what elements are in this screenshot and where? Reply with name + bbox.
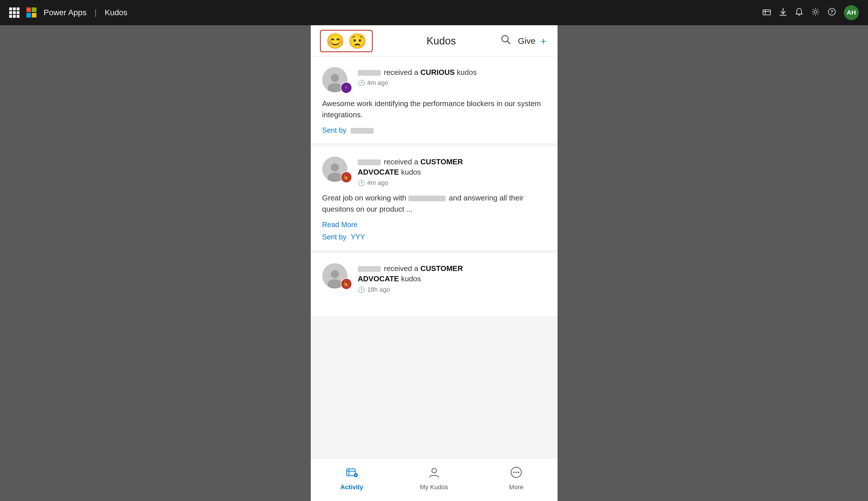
avatar-area-3: 🙋 <box>322 263 351 288</box>
app-container: 😊 😟 Kudos Give ＋ <box>311 25 557 501</box>
happy-emoji[interactable]: 😊 <box>326 34 345 49</box>
app-title: Power Apps <box>44 8 86 17</box>
recipient-name-redacted-2 <box>358 159 381 165</box>
svg-text:🏃: 🏃 <box>344 85 349 90</box>
svg-rect-3 <box>32 13 36 18</box>
activity-icon <box>345 466 358 481</box>
svg-text:🙋: 🙋 <box>344 281 349 287</box>
time-text-1: 4m ago <box>367 79 388 87</box>
app-subtitle: Kudos <box>105 8 127 17</box>
card-title-1: received a CURIOUS kudos <box>358 67 546 77</box>
card-header-3: 🙋 received a CUSTOMERADVOCATE kudos 🕐 18… <box>322 263 546 294</box>
kudos-card-2: 🙋 received a CUSTOMERADVOCATE kudos 🕐 4m… <box>311 146 557 250</box>
kudos-suffix-1: kudos <box>457 68 477 77</box>
card-header-1: 🏃 received a CURIOUS kudos 🕐 4m ago <box>322 67 546 92</box>
sent-by-label-2: Sent by <box>322 233 347 241</box>
nav-label-activity: Activity <box>340 483 363 491</box>
sad-emoji[interactable]: 😟 <box>348 34 367 49</box>
help-icon[interactable]: ? <box>828 8 836 18</box>
give-label: Give <box>518 36 536 46</box>
plus-icon: ＋ <box>538 34 548 47</box>
card-body-2: Great job on working with and answering … <box>322 192 546 215</box>
sender-name-2[interactable]: YYY <box>351 233 365 241</box>
user-avatar[interactable]: AH <box>844 5 859 20</box>
time-text-3: 18h ago <box>367 286 390 294</box>
topbar-left: Power Apps | Kudos <box>9 8 127 18</box>
sender-name-redacted-1 <box>351 128 374 134</box>
nav-item-mykudos[interactable]: My Kudos <box>393 458 475 501</box>
svg-point-29 <box>516 472 517 473</box>
card-footer-2: Sent by YYY <box>322 233 546 241</box>
kudos-card-3: 🙋 received a CUSTOMERADVOCATE kudos 🕐 18… <box>311 253 557 317</box>
nav-label-mykudos: My Kudos <box>420 483 448 491</box>
more-icon <box>510 466 523 481</box>
emoji-selection-box[interactable]: 😊 😟 <box>320 30 373 52</box>
svg-rect-2 <box>27 13 31 18</box>
svg-rect-0 <box>27 8 31 12</box>
card-title-2: received a CUSTOMERADVOCATE kudos <box>358 157 546 178</box>
share-icon[interactable] <box>762 8 771 18</box>
kudos-type-1: CURIOUS <box>420 68 455 77</box>
kudos-title: Kudos <box>382 35 501 47</box>
kudos-suffix-3: kudos <box>401 275 421 283</box>
bottom-nav: Activity My Kudos More <box>311 458 557 501</box>
clock-icon-2: 🕐 <box>358 180 365 186</box>
waffle-icon[interactable] <box>9 8 20 18</box>
svg-point-9 <box>814 10 817 13</box>
recipient-name-redacted-1 <box>358 70 381 76</box>
clock-icon-3: 🕐 <box>358 286 365 293</box>
kudos-badge-2: 🙋 <box>341 171 352 183</box>
microsoft-logo <box>27 8 37 18</box>
card-body-1: Awesome work identifying the performance… <box>322 98 546 120</box>
card-title-3: received a CUSTOMERADVOCATE kudos <box>358 263 546 284</box>
svg-rect-4 <box>763 10 771 15</box>
kudos-card-1: 🏃 received a CURIOUS kudos 🕐 4m ago Awes… <box>311 57 557 144</box>
app-header: 😊 😟 Kudos Give ＋ <box>311 25 557 57</box>
recipient-name-redacted-3 <box>358 266 381 272</box>
time-row-2: 🕐 4m ago <box>358 179 546 187</box>
clock-icon-1: 🕐 <box>358 79 365 86</box>
svg-rect-1 <box>32 8 36 12</box>
svg-point-12 <box>502 35 508 42</box>
svg-text:?: ? <box>830 10 833 14</box>
time-row-3: 🕐 18h ago <box>358 286 546 294</box>
bell-icon[interactable] <box>795 8 803 18</box>
separator: | <box>94 8 96 17</box>
time-row-1: 🕐 4m ago <box>358 79 546 87</box>
card-meta-2: received a CUSTOMERADVOCATE kudos 🕐 4m a… <box>358 157 546 187</box>
svg-point-30 <box>518 472 519 473</box>
topbar: Power Apps | Kudos <box>0 0 868 25</box>
download-icon[interactable] <box>779 8 787 18</box>
give-button[interactable]: Give ＋ <box>518 34 548 47</box>
kudos-feed: 🏃 received a CURIOUS kudos 🕐 4m ago Awes… <box>311 57 557 458</box>
settings-icon[interactable] <box>811 8 820 18</box>
kudos-badge-3: 🙋 <box>341 278 352 290</box>
search-button[interactable] <box>501 34 511 47</box>
svg-point-28 <box>513 472 515 473</box>
nav-item-activity[interactable]: Activity <box>311 458 393 501</box>
read-more-link-2[interactable]: Read More <box>322 221 546 229</box>
nav-item-more[interactable]: More <box>475 458 557 501</box>
svg-line-13 <box>507 41 510 44</box>
mykudos-icon <box>428 466 440 481</box>
kudos-badge-1: 🏃 <box>341 82 352 94</box>
kudos-suffix-2: kudos <box>401 168 421 177</box>
card-meta-1: received a CURIOUS kudos 🕐 4m ago <box>358 67 546 87</box>
time-text-2: 4m ago <box>367 179 388 187</box>
sent-by-label-1: Sent by <box>322 126 347 134</box>
inline-redacted-2 <box>408 195 446 201</box>
card-footer-1: Sent by <box>322 126 546 135</box>
card-meta-3: received a CUSTOMERADVOCATE kudos 🕐 18h … <box>358 263 546 294</box>
avatar-area-2: 🙋 <box>322 157 351 182</box>
topbar-right: ? AH <box>762 5 859 20</box>
svg-text:🙋: 🙋 <box>344 175 349 180</box>
card-header-2: 🙋 received a CUSTOMERADVOCATE kudos 🕐 4m… <box>322 157 546 187</box>
svg-point-26 <box>432 468 437 473</box>
nav-label-more: More <box>509 483 523 491</box>
avatar-area-1: 🏃 <box>322 67 351 92</box>
